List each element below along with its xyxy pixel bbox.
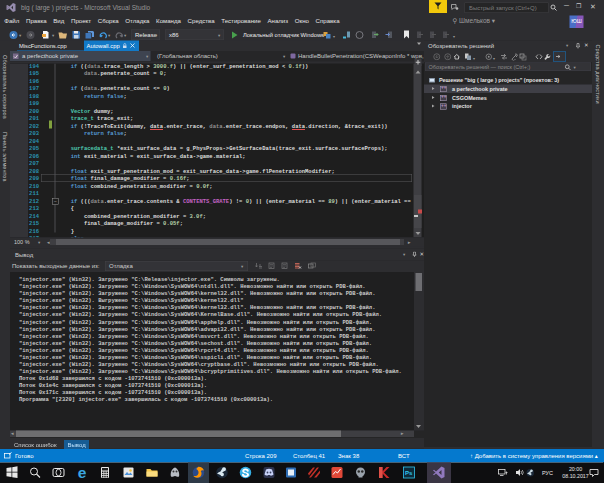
svg-text:Ps: Ps [405,470,413,476]
